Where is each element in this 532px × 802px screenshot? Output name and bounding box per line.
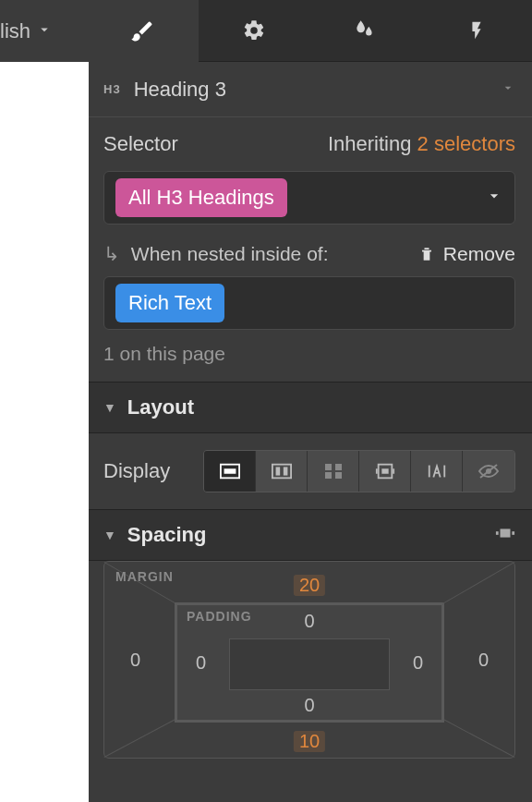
display-grid[interactable] [308, 451, 359, 492]
padding-left[interactable]: 0 [196, 652, 206, 674]
triangle-down-icon: ▼ [103, 528, 116, 542]
display-flex[interactable] [256, 451, 308, 492]
svg-rect-4 [283, 467, 287, 475]
svg-rect-2 [272, 465, 290, 479]
gear-icon [242, 18, 266, 43]
nested-arrow-icon: ↳ [103, 243, 120, 264]
inline-block-icon [375, 463, 395, 480]
svg-rect-13 [428, 466, 429, 478]
svg-rect-1 [224, 468, 236, 474]
svg-rect-8 [335, 472, 342, 479]
display-none[interactable] [463, 451, 514, 492]
publish-dropdown[interactable]: lish [0, 0, 87, 62]
tab-interactions[interactable] [309, 0, 421, 62]
display-segment [203, 450, 515, 492]
grid-icon [324, 463, 343, 480]
display-label: Display [103, 459, 187, 483]
svg-rect-10 [375, 468, 377, 474]
padding-box: PADDING 0 0 0 0 [175, 602, 444, 723]
caret-down-icon [501, 80, 515, 99]
element-name: Heading 3 [134, 78, 226, 102]
svg-rect-5 [325, 464, 332, 470]
remove-button[interactable]: Remove [417, 243, 515, 265]
inline-icon [427, 463, 447, 480]
display-inline[interactable] [411, 451, 463, 492]
padding-bottom[interactable]: 0 [304, 695, 314, 716]
tab-settings[interactable] [199, 0, 310, 62]
spacing-editor: MARGIN 20 0 0 10 PADDING 0 0 0 0 [103, 561, 515, 759]
canvas-area [0, 62, 89, 802]
block-icon [220, 463, 240, 480]
spacing-header[interactable]: ▼ Spacing [87, 509, 532, 561]
flex-icon [272, 463, 292, 480]
layout-header[interactable]: ▼ Layout [87, 382, 532, 433]
selector-chip-main[interactable]: All H3 Headings [115, 178, 287, 217]
droplets-icon [353, 18, 377, 43]
svg-rect-18 [496, 531, 499, 535]
padding-top[interactable]: 0 [304, 611, 314, 632]
margin-bottom[interactable]: 10 [294, 731, 325, 752]
selector-label: Selector [103, 132, 178, 156]
svg-rect-7 [325, 472, 332, 479]
spacing-title: Spacing [127, 523, 207, 547]
display-block[interactable] [204, 451, 256, 492]
bolt-icon [466, 20, 487, 41]
inheriting-label: Inheriting [328, 132, 412, 155]
tab-effects[interactable] [421, 0, 533, 62]
display-inline-block[interactable] [359, 451, 411, 492]
remove-label: Remove [443, 243, 515, 265]
publish-label: lish [0, 19, 30, 43]
layout-title: Layout [127, 395, 194, 419]
selector-input[interactable]: All H3 Headings [103, 171, 515, 225]
onpage-count[interactable]: 1 on this page [103, 343, 515, 365]
svg-rect-3 [275, 467, 280, 475]
inheriting-count[interactable]: 2 selectors [417, 132, 515, 155]
selector-chip-parent[interactable]: Rich Text [115, 284, 224, 322]
svg-rect-14 [443, 466, 445, 478]
svg-rect-19 [512, 531, 514, 535]
selector-section: Selector Inheriting 2 selectors All H3 H… [87, 117, 532, 382]
display-row: Display [87, 433, 532, 509]
margin-label: MARGIN [115, 569, 174, 584]
margin-left[interactable]: 0 [130, 650, 140, 671]
spacing-expand-icon[interactable] [495, 523, 515, 547]
state-caret-icon[interactable] [485, 187, 503, 209]
trash-icon [417, 245, 436, 263]
left-column: lish [0, 0, 87, 802]
padding-label: PADDING [187, 609, 252, 624]
nested-selector-input[interactable]: Rich Text [103, 276, 515, 330]
tab-style[interactable] [87, 0, 199, 62]
style-panel: H3 Heading 3 Selector Inheriting 2 selec… [87, 0, 532, 802]
triangle-down-icon: ▼ [103, 400, 116, 415]
panel-tabs [87, 0, 532, 62]
element-badge: H3 [103, 82, 121, 96]
margin-top[interactable]: 20 [294, 575, 325, 596]
content-box[interactable] [229, 638, 390, 690]
nested-label: When nested inside of: [131, 243, 329, 264]
svg-rect-12 [381, 468, 388, 474]
chevron-down-icon [36, 19, 53, 43]
svg-rect-6 [335, 464, 342, 470]
brush-icon [129, 18, 155, 44]
padding-right[interactable]: 0 [413, 652, 423, 674]
margin-right[interactable]: 0 [478, 650, 489, 671]
eye-off-icon [478, 463, 500, 480]
svg-rect-11 [393, 468, 394, 474]
svg-rect-17 [501, 529, 511, 537]
element-row[interactable]: H3 Heading 3 [87, 62, 532, 117]
